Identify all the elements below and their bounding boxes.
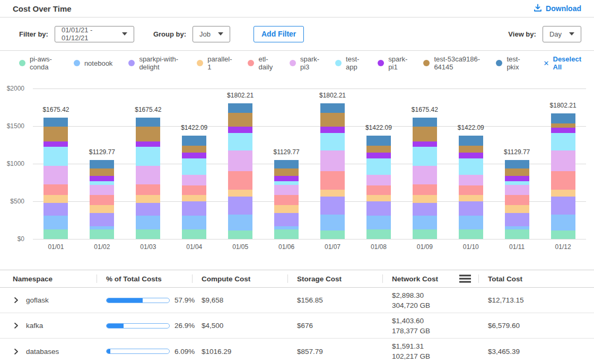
- bar-segment-spark-pi1[interactable]: [551, 128, 575, 133]
- bar-segment-spark-pi3[interactable]: [413, 166, 437, 184]
- bar-01/10[interactable]: $1422.09: [448, 88, 494, 239]
- bar-segment-parallel-1[interactable]: [182, 195, 206, 201]
- bar-segment-parallel-1[interactable]: [274, 205, 299, 213]
- bar-segment-spark-pi1[interactable]: [43, 141, 68, 147]
- bar-segment-parallel-1[interactable]: [459, 195, 483, 201]
- bar-segment-parallel-1[interactable]: [320, 190, 345, 197]
- column-header-%-of-total-costs[interactable]: % of Total Costs: [97, 270, 192, 287]
- bar-segment-etl-daily[interactable]: [413, 184, 437, 195]
- bar-segment-sparkpi-with-delight[interactable]: [320, 197, 345, 214]
- bar-segment-sparkpi-with-delight[interactable]: [413, 203, 437, 216]
- date-range-select[interactable]: 01/01/21 - 01/12/21: [55, 26, 134, 42]
- bar-segment-notebook[interactable]: [366, 216, 391, 229]
- bar-segment-spark-pi3[interactable]: [228, 150, 252, 171]
- bar-segment-etl-daily[interactable]: [90, 195, 114, 205]
- bar-segment-etl-daily[interactable]: [182, 185, 206, 195]
- bar-segment-parallel-1[interactable]: [90, 205, 114, 213]
- bar-01/03[interactable]: $1675.42: [125, 88, 171, 239]
- bar-segment-test-53ca9186-64145[interactable]: [320, 113, 345, 127]
- bar-segment-pi-aws-conda[interactable]: [90, 229, 114, 239]
- bar-segment-parallel-1[interactable]: [228, 190, 252, 197]
- deselect-all-button[interactable]: ✕Deselect All: [544, 55, 581, 71]
- bar-segment-test-app[interactable]: [182, 158, 206, 175]
- bar-01/11[interactable]: $1129.77: [494, 88, 540, 239]
- bar-segment-etl-daily[interactable]: [136, 184, 160, 195]
- bar-segment-test-53ca9186-64145[interactable]: [136, 127, 160, 141]
- bar-segment-sparkpi-with-delight[interactable]: [505, 213, 529, 226]
- bar-segment-test-53ca9186-64145[interactable]: [459, 146, 483, 153]
- column-header-total-cost[interactable]: Total Cost: [478, 270, 594, 287]
- bar-segment-spark-pi1[interactable]: [228, 127, 252, 133]
- bar-segment-pi-aws-conda[interactable]: [228, 230, 252, 239]
- bar-01/01[interactable]: $1675.42: [33, 88, 79, 239]
- bar-segment-pi-aws-conda[interactable]: [413, 229, 437, 239]
- bar-segment-spark-pi3[interactable]: [505, 185, 529, 195]
- bar-segment-pi-aws-conda[interactable]: [274, 229, 299, 239]
- bar-segment-sparkpi-with-delight[interactable]: [366, 201, 391, 216]
- bar-segment-notebook[interactable]: [459, 216, 483, 229]
- bar-segment-test-app[interactable]: [274, 181, 299, 185]
- bar-segment-spark-pi3[interactable]: [136, 166, 160, 184]
- legend-item-test-53ca9186-64145[interactable]: test-53ca9186-64145: [423, 55, 480, 71]
- bar-segment-test-53ca9186-64145[interactable]: [413, 127, 437, 141]
- bar-segment-test-53ca9186-64145[interactable]: [274, 168, 299, 176]
- bar-segment-notebook[interactable]: [551, 215, 575, 230]
- bar-segment-pi-aws-conda[interactable]: [459, 229, 483, 239]
- bar-segment-spark-pi3[interactable]: [551, 150, 575, 171]
- column-header-compute-cost[interactable]: Compute Cost: [192, 270, 287, 287]
- bar-01/05[interactable]: $1802.21: [217, 88, 264, 239]
- bar-segment-test-pkix[interactable]: [274, 160, 299, 168]
- bar-segment-spark-pi1[interactable]: [320, 127, 345, 133]
- bar-segment-test-app[interactable]: [505, 181, 529, 185]
- bar-segment-spark-pi1[interactable]: [505, 176, 529, 181]
- bar-segment-spark-pi1[interactable]: [366, 153, 391, 158]
- bar-segment-test-app[interactable]: [43, 147, 68, 166]
- add-filter-button[interactable]: Add Filter: [254, 26, 304, 42]
- column-menu-icon[interactable]: [459, 275, 471, 283]
- bar-segment-etl-daily[interactable]: [459, 185, 483, 195]
- table-row-goflask[interactable]: goflask57.9%$9,658$156.85$2,898.30304,72…: [0, 288, 594, 313]
- bar-segment-spark-pi3[interactable]: [366, 175, 391, 185]
- bar-segment-test-53ca9186-64145[interactable]: [551, 123, 575, 128]
- bar-segment-pi-aws-conda[interactable]: [43, 229, 68, 239]
- bar-segment-notebook[interactable]: [228, 215, 252, 230]
- bar-segment-test-app[interactable]: [413, 147, 437, 166]
- legend-item-spark-pi1[interactable]: spark-pi1: [378, 55, 407, 71]
- bar-segment-spark-pi3[interactable]: [43, 166, 68, 184]
- bar-segment-test-53ca9186-64145[interactable]: [43, 127, 68, 141]
- bar-01/12[interactable]: $1802.21: [540, 88, 586, 239]
- bar-segment-etl-daily[interactable]: [551, 171, 575, 190]
- download-button[interactable]: Download: [534, 4, 581, 14]
- bar-segment-spark-pi3[interactable]: [459, 175, 483, 185]
- bar-segment-pi-aws-conda[interactable]: [366, 229, 391, 239]
- bar-segment-test-pkix[interactable]: [43, 118, 68, 127]
- bar-segment-test-53ca9186-64145[interactable]: [228, 113, 252, 127]
- bar-segment-test-pkix[interactable]: [366, 136, 391, 145]
- bar-segment-sparkpi-with-delight[interactable]: [274, 213, 299, 226]
- bar-segment-notebook[interactable]: [320, 215, 345, 230]
- legend-item-test-pkix[interactable]: test-pkix: [496, 55, 523, 71]
- bar-segment-etl-daily[interactable]: [43, 184, 68, 195]
- chevron-right-icon[interactable]: [13, 297, 20, 304]
- bar-segment-sparkpi-with-delight[interactable]: [136, 203, 160, 216]
- bar-segment-notebook[interactable]: [413, 216, 437, 229]
- bar-segment-test-pkix[interactable]: [90, 160, 114, 168]
- bar-segment-sparkpi-with-delight[interactable]: [43, 203, 68, 216]
- bar-segment-pi-aws-conda[interactable]: [505, 229, 529, 239]
- bar-01/02[interactable]: $1129.77: [79, 88, 125, 239]
- chevron-right-icon[interactable]: [13, 348, 20, 355]
- bar-segment-sparkpi-with-delight[interactable]: [551, 197, 575, 214]
- table-row-kafka[interactable]: kafka26.9%$4,500$676$1,403.60178,377 GB$…: [0, 313, 594, 339]
- bar-segment-parallel-1[interactable]: [551, 190, 575, 197]
- bar-segment-parallel-1[interactable]: [413, 195, 437, 203]
- bar-segment-spark-pi3[interactable]: [182, 175, 206, 185]
- bar-segment-notebook[interactable]: [182, 216, 206, 229]
- bar-01/07[interactable]: $1802.21: [310, 88, 356, 239]
- bar-segment-spark-pi1[interactable]: [136, 141, 160, 147]
- legend-item-etl-daily[interactable]: etl-daily: [248, 55, 274, 71]
- bar-segment-sparkpi-with-delight[interactable]: [90, 213, 114, 226]
- bar-segment-notebook[interactable]: [136, 216, 160, 229]
- bar-segment-sparkpi-with-delight[interactable]: [228, 197, 252, 214]
- column-header-storage-cost[interactable]: Storage Cost: [287, 270, 382, 287]
- bar-segment-pi-aws-conda[interactable]: [136, 229, 160, 239]
